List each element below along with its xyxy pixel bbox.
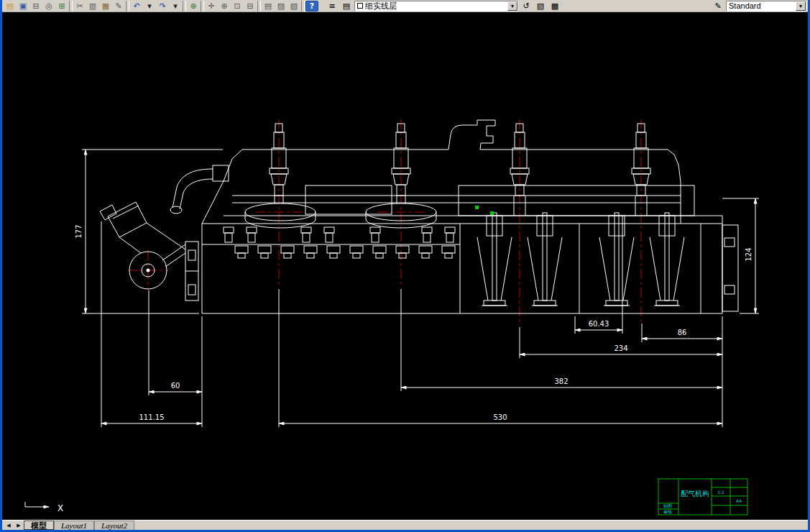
svg-text:60.43: 60.43: [589, 320, 609, 328]
engine-assembly[interactable]: [100, 120, 738, 313]
layer-color-swatch: [357, 3, 363, 9]
copy-icon[interactable]: ▥: [86, 1, 99, 12]
toolbar-separator: [201, 1, 204, 12]
styles-toolbar-group: ✎ Standard ▾: [712, 1, 806, 12]
drawing-area[interactable]: 177 124 60.43 86: [2, 12, 808, 520]
text-style-combo-value: Standard: [729, 1, 761, 10]
publish-icon[interactable]: ⊞: [55, 1, 68, 12]
dim-124: 124: [722, 198, 759, 313]
dim-530: 530: [279, 289, 722, 427]
svg-text:124: 124: [745, 247, 753, 261]
text-style-combo-arrow-icon[interactable]: ▾: [796, 1, 806, 11]
layout-tab-bar: ◀ ▶ 模型 Layout1 Layout2: [2, 520, 808, 530]
title-block-sheet: A4: [736, 498, 742, 503]
layer-previous-icon[interactable]: ↺: [520, 1, 533, 12]
match-layer-icon[interactable]: ▧: [534, 1, 547, 12]
zoom-window-icon[interactable]: ⊡: [231, 1, 244, 12]
plot-preview-icon[interactable]: ◎: [42, 1, 55, 12]
svg-text:60: 60: [171, 382, 180, 390]
svg-text:86: 86: [678, 329, 687, 336]
toolbar-icon-group: ▤▣⊟◎⊞✂▥▦✎↶▾↷▾⊕✛⊕⊡⊟▤▨▧?: [4, 1, 318, 12]
dim-382: 382: [401, 289, 722, 391]
centerlines[interactable]: [128, 119, 641, 324]
undo-icon[interactable]: ↶: [130, 1, 143, 12]
toolbar-separator: [301, 1, 305, 12]
zoom-previous-icon[interactable]: ⊟: [244, 1, 257, 12]
layer-manager-icon[interactable]: ▤: [340, 1, 353, 12]
dim-86: 86: [642, 316, 722, 342]
tab-scroll-left-icon[interactable]: ◀: [4, 520, 14, 530]
open-icon[interactable]: ▤: [4, 1, 17, 12]
title-block-title: 配气机构: [681, 490, 709, 497]
undo-flyout-icon[interactable]: ▾: [143, 1, 156, 12]
layer-states-icon[interactable]: ▩: [548, 1, 561, 12]
tab-layout1[interactable]: Layout1: [54, 520, 94, 530]
ucs-x-label: X: [57, 503, 63, 513]
layer-toolbar-group: ≡ ▤ 细实线层 ▾ ↺ ▧ ▩: [326, 1, 561, 12]
toolbar-separator: [257, 1, 261, 12]
ucs-icon: X: [25, 502, 63, 513]
head-bolts: [224, 227, 455, 258]
svg-text:177: 177: [75, 224, 83, 238]
designcenter-icon[interactable]: ▨: [275, 1, 287, 12]
standard-toolbar: ▤▣⊟◎⊞✂▥▦✎↶▾↷▾⊕✛⊕⊡⊟▤▨▧? ≡ ▤ 细实线层 ▾ ↺ ▧ ▩ …: [2, 0, 808, 12]
layer-combo-arrow-icon[interactable]: ▾: [507, 1, 517, 11]
left-assembly: [100, 165, 229, 301]
text-style-combo[interactable]: Standard ▾: [726, 1, 806, 12]
layer-combo[interactable]: 细实线层 ▾: [354, 1, 518, 12]
layers-icon[interactable]: ≡: [326, 1, 339, 12]
tab-model[interactable]: 模型: [24, 520, 54, 530]
dim-234: 234: [520, 327, 722, 358]
title-block-scale: 1:1: [717, 490, 724, 495]
redo-icon[interactable]: ↷: [156, 1, 169, 12]
text-style-icon[interactable]: ✎: [712, 1, 724, 12]
title-block[interactable]: 配气机构 制图 审核 1:1 A4: [658, 479, 747, 515]
dim-60-43: 60.43: [575, 216, 622, 334]
help-icon[interactable]: ?: [305, 1, 318, 12]
dimensions[interactable]: 177 124 60.43 86: [75, 150, 759, 427]
redo-flyout-icon[interactable]: ▾: [169, 1, 182, 12]
tab-scroll-right-icon[interactable]: ▶: [14, 520, 24, 530]
svg-text:111.15: 111.15: [139, 413, 165, 421]
cut-icon[interactable]: ✂: [73, 1, 86, 12]
title-block-checker: 审核: [663, 509, 672, 514]
dim-60: 60: [149, 290, 202, 395]
toolbar-separator: [183, 1, 186, 12]
zoom-realtime-icon[interactable]: ⊕: [218, 1, 231, 12]
save-icon[interactable]: ▣: [17, 1, 29, 12]
toolbar-separator: [69, 1, 73, 12]
svg-text:382: 382: [554, 377, 568, 385]
svg-text:234: 234: [614, 344, 627, 352]
title-block-drafter: 制图: [663, 503, 672, 509]
match-properties-icon[interactable]: ✎: [112, 1, 125, 12]
plot-icon[interactable]: ⊟: [29, 1, 42, 12]
svg-text:530: 530: [493, 413, 507, 421]
layer-combo-value: 细实线层: [365, 1, 397, 12]
valve-section: [460, 213, 738, 313]
drawing-canvas[interactable]: 177 124 60.43 86: [2, 12, 808, 520]
pan-icon[interactable]: ✛: [205, 1, 218, 12]
tool-palettes-icon[interactable]: ▧: [287, 1, 300, 12]
application-window: ▤▣⊟◎⊞✂▥▦✎↶▾↷▾⊕✛⊕⊡⊟▤▨▧? ≡ ▤ 细实线层 ▾ ↺ ▧ ▩ …: [0, 0, 810, 532]
tab-layout2[interactable]: Layout2: [94, 520, 134, 530]
paste-icon[interactable]: ▦: [99, 1, 112, 12]
toolbar-separator: [126, 1, 129, 12]
hyperlink-icon[interactable]: ⊕: [187, 1, 200, 12]
properties-icon[interactable]: ▤: [262, 1, 275, 12]
